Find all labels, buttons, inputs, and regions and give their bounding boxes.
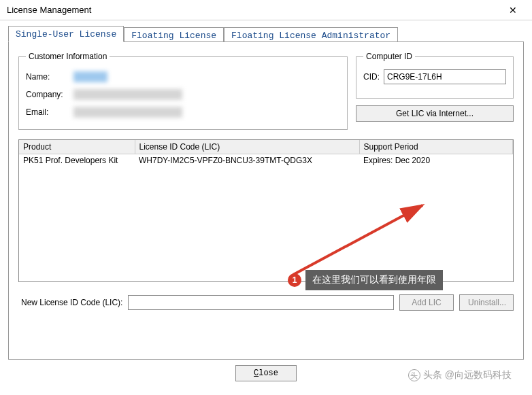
cid-field[interactable]: [384, 69, 506, 84]
tab-panel-single-user: Customer Information Name: Company: Emai…: [8, 41, 524, 360]
close-icon[interactable]: ✕: [499, 1, 527, 20]
uninstall-button[interactable]: Uninstall...: [459, 294, 514, 311]
customer-info-legend: Customer Information: [26, 52, 110, 61]
annotation-badge: 1: [288, 273, 301, 287]
name-value-redacted: [73, 71, 107, 82]
company-value-redacted: [73, 89, 182, 100]
watermark: 头 头条 @向远数码科技: [408, 369, 512, 381]
tab-strip: Single-User License Floating License Flo…: [8, 26, 524, 42]
annotation-callout: 1 在这里我们可以看到使用年限: [288, 270, 443, 290]
cell-lic: WH7DY-IM2C5-VPFZ0-BNCU3-39TMT-QDG3X: [135, 154, 359, 167]
get-lic-button[interactable]: Get LIC via Internet...: [356, 105, 514, 122]
col-product[interactable]: Product: [19, 140, 135, 154]
cell-support: Expires: Dec 2020: [359, 154, 513, 167]
titlebar: License Management ✕: [0, 0, 532, 20]
email-value-redacted: [73, 107, 182, 118]
col-lic[interactable]: License ID Code (LIC): [135, 140, 359, 154]
col-support[interactable]: Support Period: [359, 140, 513, 154]
cell-product: PK51 Prof. Developers Kit: [19, 154, 135, 167]
computer-id-group: Computer ID CID:: [356, 52, 514, 99]
dialog-client: Single-User License Floating License Flo…: [0, 20, 532, 381]
company-label: Company:: [26, 90, 73, 99]
annotation-text: 在这里我们可以看到使用年限: [305, 270, 443, 290]
email-label: Email:: [26, 107, 73, 117]
add-lic-button[interactable]: Add LIC: [399, 294, 454, 311]
license-table[interactable]: Product License ID Code (LIC) Support Pe…: [18, 139, 514, 282]
tab-floating-admin[interactable]: Floating License Administrator: [224, 27, 398, 42]
customer-info-group: Customer Information Name: Company: Emai…: [18, 52, 348, 130]
name-label: Name:: [26, 72, 73, 82]
new-lic-label: New License ID Code (LIC):: [21, 298, 122, 307]
window-title: License Management: [7, 5, 499, 15]
computer-id-legend: Computer ID: [363, 52, 415, 61]
watermark-text: 头条 @向远数码科技: [423, 369, 512, 381]
table-row[interactable]: PK51 Prof. Developers Kit WH7DY-IM2C5-VP…: [19, 154, 513, 167]
tab-single-user[interactable]: Single-User License: [8, 26, 124, 42]
close-button[interactable]: Close: [235, 365, 297, 381]
cid-label: CID:: [363, 72, 380, 82]
new-lic-input[interactable]: [128, 295, 394, 310]
tab-floating[interactable]: Floating License: [124, 27, 224, 42]
watermark-icon: 头: [408, 369, 420, 381]
